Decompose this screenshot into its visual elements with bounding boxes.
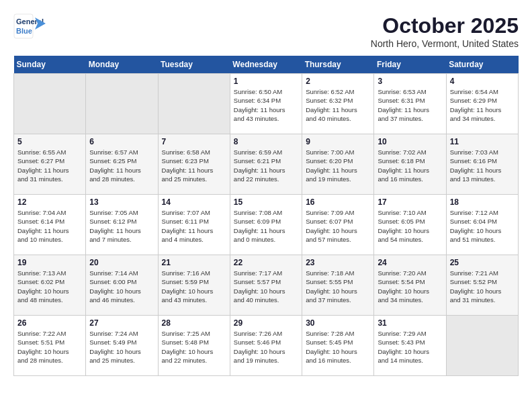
calendar-table: Sunday Monday Tuesday Wednesday Thursday… [13,56,519,376]
calendar-cell: 25Sunrise: 7:21 AM Sunset: 5:52 PM Dayli… [446,255,518,316]
day-number: 2 [306,77,370,86]
calendar-cell: 29Sunrise: 7:26 AM Sunset: 5:46 PM Dayli… [230,316,302,376]
day-number: 29 [234,318,298,328]
calendar-week-3: 12Sunrise: 7:04 AM Sunset: 6:14 PM Dayli… [14,195,519,255]
calendar-cell: 17Sunrise: 7:10 AM Sunset: 6:05 PM Dayli… [374,195,446,255]
col-tuesday: Tuesday [158,56,230,74]
day-info: Sunrise: 7:29 AM Sunset: 5:43 PM Dayligh… [378,329,442,365]
day-info: Sunrise: 6:53 AM Sunset: 6:31 PM Dayligh… [378,87,442,123]
day-info: Sunrise: 7:10 AM Sunset: 6:05 PM Dayligh… [378,208,442,244]
col-wednesday: Wednesday [230,56,302,74]
day-number: 5 [17,137,82,146]
day-number: 24 [378,258,442,267]
calendar-cell: 22Sunrise: 7:17 AM Sunset: 5:57 PM Dayli… [230,255,302,316]
day-info: Sunrise: 6:55 AM Sunset: 6:27 PM Dayligh… [17,148,82,183]
calendar-cell: 16Sunrise: 7:09 AM Sunset: 6:07 PM Dayli… [302,195,374,255]
calendar-cell [158,74,230,134]
day-info: Sunrise: 6:58 AM Sunset: 6:23 PM Dayligh… [162,148,226,183]
col-monday: Monday [86,56,158,74]
col-sunday: Sunday [14,56,86,74]
day-info: Sunrise: 7:12 AM Sunset: 6:04 PM Dayligh… [450,208,515,244]
day-info: Sunrise: 7:18 AM Sunset: 5:55 PM Dayligh… [306,269,370,304]
calendar-cell: 7Sunrise: 6:58 AM Sunset: 6:23 PM Daylig… [158,134,230,195]
calendar-cell: 18Sunrise: 7:12 AM Sunset: 6:04 PM Dayli… [446,195,518,255]
calendar-cell: 6Sunrise: 6:57 AM Sunset: 6:25 PM Daylig… [86,134,158,195]
calendar-week-5: 26Sunrise: 7:22 AM Sunset: 5:51 PM Dayli… [14,316,519,376]
day-info: Sunrise: 7:08 AM Sunset: 6:09 PM Dayligh… [234,208,298,244]
calendar-cell: 10Sunrise: 7:02 AM Sunset: 6:18 PM Dayli… [374,134,446,195]
calendar-cell: 4Sunrise: 6:54 AM Sunset: 6:29 PM Daylig… [446,74,518,134]
logo: General Blue [13,13,47,39]
calendar-cell: 24Sunrise: 7:20 AM Sunset: 5:54 PM Dayli… [374,255,446,316]
calendar-cell: 27Sunrise: 7:24 AM Sunset: 5:49 PM Dayli… [86,316,158,376]
calendar-cell: 12Sunrise: 7:04 AM Sunset: 6:14 PM Dayli… [14,195,86,255]
day-info: Sunrise: 7:28 AM Sunset: 5:45 PM Dayligh… [306,329,370,365]
location-subtitle: North Hero, Vermont, United States [371,38,519,49]
day-info: Sunrise: 7:16 AM Sunset: 5:59 PM Dayligh… [162,269,226,304]
logo-icon: General Blue [13,13,47,39]
day-number: 6 [89,137,154,146]
calendar-cell: 5Sunrise: 6:55 AM Sunset: 6:27 PM Daylig… [14,134,86,195]
calendar-cell: 26Sunrise: 7:22 AM Sunset: 5:51 PM Dayli… [14,316,86,376]
day-number: 21 [162,258,226,267]
day-number: 25 [450,258,515,267]
day-info: Sunrise: 6:50 AM Sunset: 6:34 PM Dayligh… [234,87,298,123]
day-info: Sunrise: 7:25 AM Sunset: 5:48 PM Dayligh… [162,329,226,365]
day-number: 4 [450,77,515,86]
day-info: Sunrise: 7:03 AM Sunset: 6:16 PM Dayligh… [450,148,515,183]
calendar-cell: 8Sunrise: 6:59 AM Sunset: 6:21 PM Daylig… [230,134,302,195]
calendar-cell: 21Sunrise: 7:16 AM Sunset: 5:59 PM Dayli… [158,255,230,316]
day-info: Sunrise: 7:13 AM Sunset: 6:02 PM Dayligh… [17,269,82,304]
calendar-cell: 31Sunrise: 7:29 AM Sunset: 5:43 PM Dayli… [374,316,446,376]
day-info: Sunrise: 7:05 AM Sunset: 6:12 PM Dayligh… [89,208,154,244]
day-info: Sunrise: 7:17 AM Sunset: 5:57 PM Dayligh… [234,269,298,304]
day-info: Sunrise: 7:24 AM Sunset: 5:49 PM Dayligh… [89,329,154,365]
day-info: Sunrise: 6:59 AM Sunset: 6:21 PM Dayligh… [234,148,298,183]
calendar-week-1: 1Sunrise: 6:50 AM Sunset: 6:34 PM Daylig… [14,74,519,134]
calendar-cell: 3Sunrise: 6:53 AM Sunset: 6:31 PM Daylig… [374,74,446,134]
day-info: Sunrise: 7:09 AM Sunset: 6:07 PM Dayligh… [306,208,370,244]
calendar-cell [86,74,158,134]
calendar-cell: 28Sunrise: 7:25 AM Sunset: 5:48 PM Dayli… [158,316,230,376]
calendar-cell: 1Sunrise: 6:50 AM Sunset: 6:34 PM Daylig… [230,74,302,134]
day-number: 7 [162,137,226,146]
day-info: Sunrise: 7:21 AM Sunset: 5:52 PM Dayligh… [450,269,515,304]
title-section: October 2025 North Hero, Vermont, United… [371,13,519,49]
day-number: 8 [234,137,298,146]
day-number: 22 [234,258,298,267]
day-number: 30 [306,318,370,328]
header-row: Sunday Monday Tuesday Wednesday Thursday… [14,56,519,74]
day-info: Sunrise: 6:57 AM Sunset: 6:25 PM Dayligh… [89,148,154,183]
day-info: Sunrise: 7:26 AM Sunset: 5:46 PM Dayligh… [234,329,298,365]
day-number: 31 [378,318,442,328]
calendar-cell [14,74,86,134]
day-info: Sunrise: 7:14 AM Sunset: 6:00 PM Dayligh… [89,269,154,304]
col-thursday: Thursday [302,56,374,74]
day-info: Sunrise: 7:20 AM Sunset: 5:54 PM Dayligh… [378,269,442,304]
calendar-cell: 15Sunrise: 7:08 AM Sunset: 6:09 PM Dayli… [230,195,302,255]
day-number: 28 [162,318,226,328]
calendar-cell: 2Sunrise: 6:52 AM Sunset: 6:32 PM Daylig… [302,74,374,134]
day-number: 26 [17,318,82,328]
calendar-cell: 9Sunrise: 7:00 AM Sunset: 6:20 PM Daylig… [302,134,374,195]
day-number: 19 [17,258,82,267]
day-number: 10 [378,137,442,146]
day-info: Sunrise: 7:04 AM Sunset: 6:14 PM Dayligh… [17,208,82,244]
calendar-cell: 23Sunrise: 7:18 AM Sunset: 5:55 PM Dayli… [302,255,374,316]
day-number: 11 [450,137,515,146]
day-info: Sunrise: 6:52 AM Sunset: 6:32 PM Dayligh… [306,87,370,123]
day-info: Sunrise: 7:22 AM Sunset: 5:51 PM Dayligh… [17,329,82,365]
day-number: 1 [234,77,298,86]
day-number: 18 [450,197,515,207]
svg-text:Blue: Blue [16,27,32,35]
col-friday: Friday [374,56,446,74]
calendar-cell: 30Sunrise: 7:28 AM Sunset: 5:45 PM Dayli… [302,316,374,376]
page-header: General Blue October 2025 North Hero, Ve… [13,13,519,49]
day-number: 16 [306,197,370,207]
col-saturday: Saturday [446,56,518,74]
day-number: 23 [306,258,370,267]
calendar-cell: 20Sunrise: 7:14 AM Sunset: 6:00 PM Dayli… [86,255,158,316]
day-number: 27 [89,318,154,328]
day-number: 9 [306,137,370,146]
calendar-week-2: 5Sunrise: 6:55 AM Sunset: 6:27 PM Daylig… [14,134,519,195]
